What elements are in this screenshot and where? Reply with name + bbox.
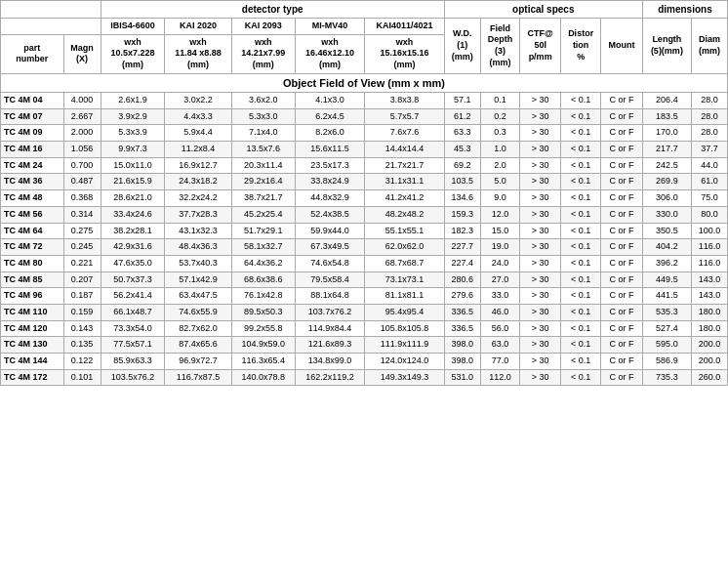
- table-cell: 200.0: [691, 354, 727, 370]
- table-cell: 45.2x25.4: [231, 206, 295, 223]
- table-cell: 28.0: [691, 125, 727, 142]
- model-kai2093: KAI 2093: [231, 19, 295, 35]
- table-row: TC 4M 044.0002.6x1.93.0x2.23.6x2.04.1x3.…: [1, 93, 728, 109]
- table-cell: 3.6x2.0: [231, 93, 295, 109]
- table-cell: 38.2x28.1: [101, 223, 165, 239]
- table-cell: 4.000: [63, 93, 101, 109]
- table-cell: > 30: [520, 304, 561, 320]
- table-cell: 350.5: [642, 223, 691, 239]
- table-cell: 53.7x40.3: [165, 255, 231, 271]
- table-cell: C or F: [601, 125, 643, 142]
- table-cell: 0.245: [63, 239, 101, 256]
- table-cell: 77.5x57.1: [101, 337, 165, 354]
- table-cell: 149.3x149.3: [365, 369, 444, 386]
- table-cell: 79.5x58.4: [295, 271, 364, 288]
- table-cell: > 30: [520, 125, 561, 142]
- model-mimv40: MI-MV40: [295, 19, 364, 35]
- table-cell: C or F: [601, 206, 643, 223]
- table-cell: 33.8x24.9: [295, 174, 364, 190]
- table-cell: 0.700: [63, 157, 101, 174]
- table-cell: 85.9x63.3: [101, 354, 165, 370]
- part-number-header: partnumber: [1, 34, 64, 73]
- table-cell: C or F: [601, 93, 643, 109]
- table-cell: 100.0: [691, 223, 727, 239]
- table-cell: C or F: [601, 354, 643, 370]
- table-cell: 11.2x8.4: [165, 142, 231, 158]
- table-cell: TC 4M 16: [1, 142, 64, 158]
- diam-header: Diam(mm): [691, 19, 727, 74]
- table-cell: TC 4M 72: [1, 239, 64, 256]
- table-row: TC 4M 850.20750.7x37.357.1x42.968.6x38.6…: [1, 271, 728, 288]
- table-cell: < 0.1: [560, 369, 600, 386]
- table-cell: 67.3x49.5: [295, 239, 364, 256]
- table-cell: 200.0: [691, 337, 727, 354]
- table-cell: 28.0: [691, 93, 727, 109]
- table-cell: 398.0: [444, 354, 480, 370]
- table-cell: < 0.1: [560, 108, 600, 125]
- table-cell: 0.159: [63, 304, 101, 320]
- table-cell: > 30: [520, 288, 561, 305]
- table-row: TC 4M 800.22147.6x35.053.7x40.364.4x36.2…: [1, 255, 728, 271]
- table-row: TC 4M 240.70015.0x11.016.9x12.720.3x11.4…: [1, 157, 728, 174]
- table-cell: 306.0: [642, 190, 691, 207]
- table-cell: 61.0: [691, 174, 727, 190]
- table-cell: 105.8x105.8: [365, 320, 444, 337]
- table-cell: 535.3: [642, 304, 691, 320]
- table-cell: 112.0: [480, 369, 520, 386]
- table-cell: 735.3: [642, 369, 691, 386]
- table-row: TC 4M 072.6673.9x2.94.4x3.35.3x3.06.2x4.…: [1, 108, 728, 125]
- table-cell: 3.8x3.8: [365, 93, 444, 109]
- table-cell: 206.4: [642, 93, 691, 109]
- table-cell: 31.1x31.1: [365, 174, 444, 190]
- table-cell: 58.1x32.7: [231, 239, 295, 256]
- table-cell: 2.6x1.9: [101, 93, 165, 109]
- table-cell: > 30: [520, 174, 561, 190]
- table-cell: 44.0: [691, 157, 727, 174]
- table-cell: TC 4M 04: [1, 93, 64, 109]
- table-cell: 63.0: [480, 337, 520, 354]
- table-row: TC 4M 1300.13577.5x57.187.4x65.6104.9x59…: [1, 337, 728, 354]
- table-cell: > 30: [520, 354, 561, 370]
- table-cell: > 30: [520, 223, 561, 239]
- table-cell: 4.4x3.3: [165, 108, 231, 125]
- table-cell: 103.7x76.2: [295, 304, 364, 320]
- table-cell: 103.5: [444, 174, 480, 190]
- table-cell: 242.5: [642, 157, 691, 174]
- table-cell: 88.1x64.8: [295, 288, 364, 305]
- d2-wxh-header: wxh11.84 x8.88(mm): [165, 34, 231, 73]
- table-cell: 116.7x87.5: [165, 369, 231, 386]
- table-cell: 116.0: [691, 239, 727, 256]
- table-cell: 61.2: [444, 108, 480, 125]
- table-cell: C or F: [601, 157, 643, 174]
- table-cell: 227.4: [444, 255, 480, 271]
- table-cell: 170.0: [642, 125, 691, 142]
- table-cell: 23.5x17.3: [295, 157, 364, 174]
- table-cell: 64.4x36.2: [231, 255, 295, 271]
- table-cell: 27.0: [480, 271, 520, 288]
- table-cell: 2.0: [480, 157, 520, 174]
- table-cell: 68.6x38.6: [231, 271, 295, 288]
- table-cell: 0.135: [63, 337, 101, 354]
- table-cell: > 30: [520, 93, 561, 109]
- table-cell: C or F: [601, 304, 643, 320]
- table-cell: 531.0: [444, 369, 480, 386]
- table-cell: < 0.1: [560, 125, 600, 142]
- table-cell: 14.4x14.4: [365, 142, 444, 158]
- table-cell: C or F: [601, 255, 643, 271]
- table-cell: 33.4x24.6: [101, 206, 165, 223]
- table-cell: > 30: [520, 206, 561, 223]
- table-cell: 2.667: [63, 108, 101, 125]
- table-cell: > 30: [520, 369, 561, 386]
- table-cell: 5.9x4.4: [165, 125, 231, 142]
- table-cell: < 0.1: [560, 206, 600, 223]
- wd-header: W.D.(1)(mm): [444, 19, 480, 74]
- table-cell: 336.5: [444, 304, 480, 320]
- table-cell: 48.4x36.3: [165, 239, 231, 256]
- table-cell: 134.6: [444, 190, 480, 207]
- table-cell: 279.6: [444, 288, 480, 305]
- table-cell: 4.1x3.0: [295, 93, 364, 109]
- table-cell: 0.2: [480, 108, 520, 125]
- table-cell: 12.0: [480, 206, 520, 223]
- table-body: TC 4M 044.0002.6x1.93.0x2.23.6x2.04.1x3.…: [1, 93, 728, 386]
- table-cell: 7.1x4.0: [231, 125, 295, 142]
